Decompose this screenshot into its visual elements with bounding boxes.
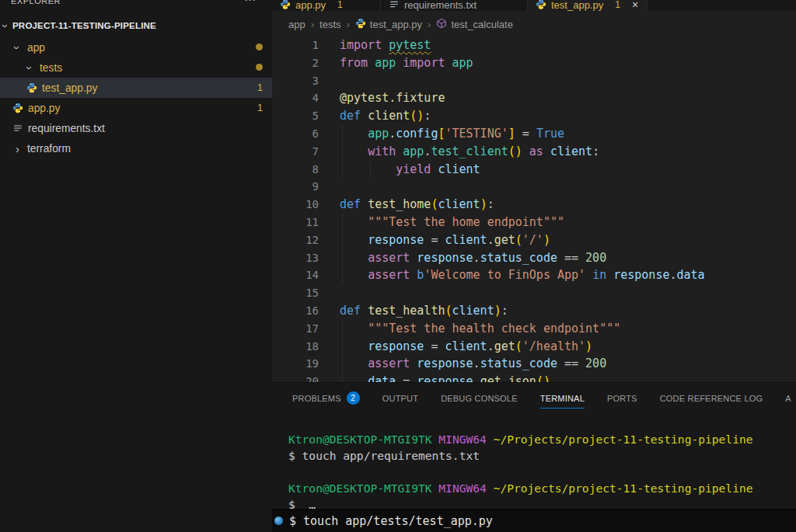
panel-tab-code-reference-log[interactable]: CODE REFERENCE LOG xyxy=(660,390,763,409)
tab-requirements-txt[interactable]: requirements.txt xyxy=(381,0,528,11)
panel-tab-label: TERMINAL xyxy=(540,394,585,403)
line-number: 10 xyxy=(272,196,319,214)
code-line[interactable]: 8 yield client xyxy=(272,161,796,179)
line-number: 5 xyxy=(272,107,319,125)
breadcrumb-label: test_app.py xyxy=(370,19,422,30)
code-line[interactable]: 7 with app.test_client() as client: xyxy=(272,143,796,161)
breadcrumb-label: test_calculate xyxy=(451,19,513,30)
file-tree: ›app›teststest_app.py1app.py1requirement… xyxy=(0,37,272,158)
tree-item-app-py[interactable]: app.py1 xyxy=(0,98,272,118)
close-icon[interactable]: × xyxy=(632,0,638,11)
code-line[interactable]: 17 """Test the health check endpoint""" xyxy=(272,320,796,338)
line-number: 11 xyxy=(272,214,319,231)
breadcrumb-separator: › xyxy=(311,19,314,30)
indent-guide xyxy=(370,161,371,179)
code-line[interactable]: 10def test_home(client): xyxy=(272,196,796,214)
code-line[interactable]: 5def client(): xyxy=(272,107,796,125)
editor-tab-bar: app.py1requirements.txttest_app.py1× xyxy=(272,0,796,11)
project-name: PROJECT-11-TESTING-PIPELINE xyxy=(12,21,156,30)
chevron-down-icon: › xyxy=(25,61,35,75)
symbol-cube-icon xyxy=(436,18,447,31)
terminal-line: Ktron@DESKTOP-MTGI9TK MINGW64 ~/Projects… xyxy=(288,431,796,447)
python-file-icon xyxy=(536,0,546,10)
text-file-icon xyxy=(389,0,400,10)
breadcrumb-separator: › xyxy=(347,19,350,30)
tree-item-test-app-py[interactable]: test_app.py1 xyxy=(0,78,272,98)
tree-item-terraform[interactable]: ›terraform xyxy=(0,138,272,158)
terminal-output[interactable]: Ktron@DESKTOP-MTGI9TK MINGW64 ~/Projects… xyxy=(288,431,796,509)
tree-item-app[interactable]: ›app xyxy=(0,37,272,57)
line-number: 2 xyxy=(272,54,319,72)
terminal-input-bar[interactable]: $ touch app/tests/test_app.py xyxy=(272,509,796,532)
line-number: 3 xyxy=(272,72,319,90)
code-line[interactable]: 13 assert response.status_code == 200 xyxy=(272,249,796,267)
chevron-right-icon: › xyxy=(12,142,23,155)
code-line[interactable]: 11 """Test the home endpoint""" xyxy=(272,214,796,231)
tab-app-py[interactable]: app.py1 xyxy=(272,0,381,11)
panel-tab-debug-console[interactable]: DEBUG CONSOLE xyxy=(441,390,518,409)
python-file-icon xyxy=(26,82,37,93)
panel-tab-label: DEBUG CONSOLE xyxy=(441,394,518,403)
code-line[interactable]: 6 app.config['TESTING'] = True xyxy=(272,125,796,143)
code-line[interactable]: 19 assert response.status_code == 200 xyxy=(272,355,796,373)
line-number: 16 xyxy=(272,302,319,320)
code-line[interactable]: 3 xyxy=(272,72,796,90)
problem-count-badge: 1 xyxy=(257,82,263,93)
code-line[interactable]: 20 data = response.get_json() xyxy=(272,373,796,382)
tree-item-label: test_app.py xyxy=(42,82,97,94)
tab-modified-badge: 1 xyxy=(615,0,620,10)
tab-test-app-py[interactable]: test_app.py1× xyxy=(528,0,648,11)
tree-item-requirements-txt[interactable]: requirements.txt xyxy=(0,118,272,138)
code-editor[interactable]: 1import pytest2from app import app34@pyt… xyxy=(272,36,796,382)
panel-tab-terminal[interactable]: TERMINAL xyxy=(540,390,585,409)
code-line[interactable]: 14 assert b'Welcome to FinOps App' in re… xyxy=(272,266,796,284)
line-number: 13 xyxy=(272,249,319,267)
code-line[interactable]: 4@pytest.fixture xyxy=(272,89,796,107)
python-file-icon xyxy=(355,18,366,31)
breadcrumb-item-test-app-py[interactable]: test_app.py xyxy=(355,18,422,31)
line-number: 6 xyxy=(272,125,319,143)
line-number: 20 xyxy=(272,373,319,382)
tree-item-label: tests xyxy=(40,62,62,74)
panel-tab-output[interactable]: OUTPUT xyxy=(382,390,418,409)
line-number: 8 xyxy=(272,161,319,179)
terminal-line: $ touch app/requirements.txt xyxy=(288,447,796,464)
explorer-actions-icon[interactable]: ⋯ xyxy=(244,0,257,7)
problems-count-badge: 2 xyxy=(347,391,360,405)
line-number: 15 xyxy=(272,284,319,302)
project-root-row[interactable]: › PROJECT-11-TESTING-PIPELINE xyxy=(0,17,272,34)
code-line[interactable]: 16def test_health(client): xyxy=(272,302,796,320)
chevron-down-icon: › xyxy=(0,19,12,33)
line-number: 12 xyxy=(272,231,319,249)
panel-tab-a[interactable]: A xyxy=(785,390,791,409)
breadcrumb: app›tests›test_app.py›test_calculate xyxy=(272,11,796,36)
breadcrumb-item-test-calculate[interactable]: test_calculate xyxy=(436,18,513,31)
indent-guide xyxy=(342,249,343,267)
indent-guide xyxy=(342,338,343,356)
code-line[interactable]: 15 xyxy=(272,284,796,302)
tab-label: app.py xyxy=(295,0,326,10)
panel-tab-label: PORTS xyxy=(607,394,637,403)
vscode-window: EXPLORER ⋯ › PROJECT-11-TESTING-PIPELINE… xyxy=(0,0,796,532)
modified-dot-badge xyxy=(256,62,263,73)
code-line[interactable]: 12 response = client.get('/') xyxy=(272,231,796,249)
panel-tab-problems[interactable]: PROBLEMS2 xyxy=(292,388,360,410)
breadcrumb-item-tests[interactable]: tests xyxy=(319,19,340,30)
panel-tab-label: PROBLEMS xyxy=(292,394,341,403)
code-line[interactable]: 18 response = client.get('/health') xyxy=(272,338,796,356)
breadcrumb-item-app[interactable]: app xyxy=(288,19,305,30)
indent-guide xyxy=(342,373,343,382)
terminal-input-text: $ touch app/tests/test_app.py xyxy=(289,514,493,528)
tree-item-tests[interactable]: ›tests xyxy=(0,57,272,78)
explorer-title: EXPLORER xyxy=(11,0,61,5)
tab-modified-badge: 1 xyxy=(337,0,343,10)
code-line[interactable]: 9 xyxy=(272,178,796,196)
breadcrumb-separator: › xyxy=(428,19,431,30)
tree-item-label: app xyxy=(27,42,45,54)
code-line[interactable]: 2from app import app xyxy=(272,54,796,72)
line-number: 4 xyxy=(272,89,319,107)
line-number: 17 xyxy=(272,320,319,338)
code-line[interactable]: 1import pytest xyxy=(272,37,796,54)
panel-tab-ports[interactable]: PORTS xyxy=(607,390,637,409)
editor-area: app.py1requirements.txttest_app.py1× app… xyxy=(272,0,796,532)
